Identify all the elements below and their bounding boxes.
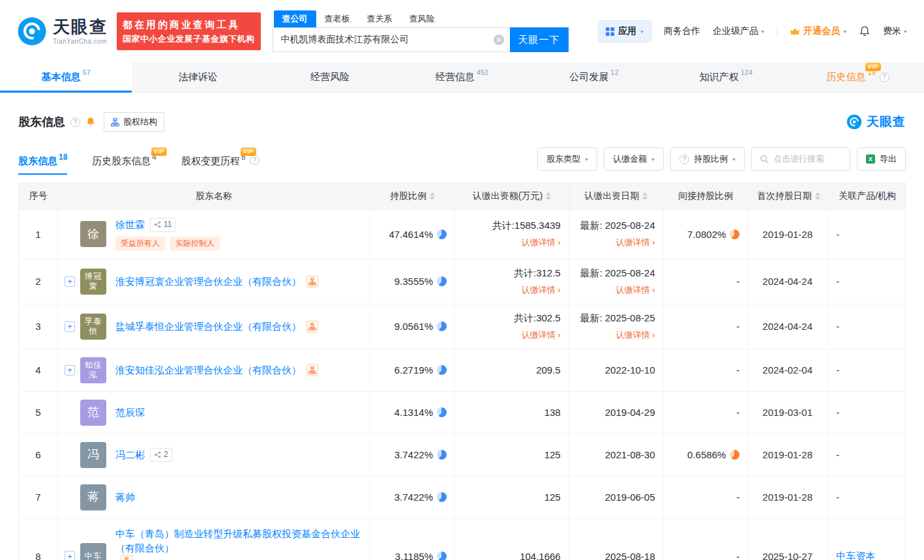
help-icon[interactable]: ?	[250, 155, 260, 165]
table-search-input[interactable]: 点击进行搜索	[751, 147, 850, 171]
shareholder-name-link[interactable]: 冯二彬	[115, 448, 145, 462]
pie-chart-icon[interactable]	[437, 407, 447, 417]
shareholder-name-link[interactable]: 蒋帅	[115, 490, 135, 505]
pie-chart-icon[interactable]	[437, 492, 447, 502]
search-input[interactable]	[273, 28, 510, 52]
subtab[interactable]: 历史股东信息4VIP	[92, 155, 156, 175]
nav-tab[interactable]: 经营风险	[264, 63, 396, 92]
subtab[interactable]: 股东信息18	[18, 155, 67, 175]
shareholder-avatar[interactable]: 博冠寰	[80, 269, 106, 295]
subscribed-amount: 138	[544, 407, 561, 418]
shareholder-avatar[interactable]: 蒋	[80, 484, 106, 510]
subscription-detail-link[interactable]: 认缴详情 ›	[522, 237, 561, 248]
nav-tab[interactable]: 历史信息19VIP?	[792, 63, 924, 92]
related-product: -	[836, 449, 839, 460]
equity-structure-icon[interactable]	[306, 321, 318, 332]
nav-tab[interactable]: 公司发展12	[528, 63, 660, 92]
nav-tab[interactable]: 法律诉讼	[132, 63, 263, 92]
equity-penetration-icon[interactable]	[730, 229, 739, 239]
holding-ratio-filter[interactable]: ? 持股比例 ▾	[670, 147, 745, 171]
equity-structure-button[interactable]: 股权结构	[104, 112, 164, 132]
equity-structure-icon[interactable]	[306, 276, 318, 287]
pie-chart-icon[interactable]	[437, 321, 447, 331]
sort-icon[interactable]	[430, 192, 435, 200]
equity-structure-icon[interactable]	[121, 555, 132, 560]
subscribed-amount: 125	[544, 492, 561, 503]
related-product-link[interactable]: 中车资本	[836, 550, 875, 560]
subscribed-amount-filter[interactable]: 认缴金额 ▾	[604, 147, 664, 171]
open-membership-button[interactable]: 开通会员 ▾	[790, 25, 846, 37]
banner-line2: 国家中小企业发展子基金旗下机构	[123, 33, 255, 46]
search-button[interactable]: 天眼一下	[510, 27, 569, 52]
row-index: 2	[19, 259, 58, 304]
column-header[interactable]: 认缴出资日期	[569, 183, 664, 209]
sort-icon[interactable]	[642, 192, 648, 200]
shareholder-avatar[interactable]: 冯	[80, 442, 106, 468]
search-tab[interactable]: 查公司	[274, 10, 316, 27]
expand-button[interactable]: +	[65, 551, 75, 560]
shareholder-avatar[interactable]: 徐	[80, 221, 106, 247]
shareholder-name-link[interactable]: 淮安博冠寰企业管理合伙企业（有限合伙）	[115, 274, 301, 289]
expand-button[interactable]: +	[65, 365, 75, 376]
pie-chart-icon[interactable]	[437, 276, 447, 286]
pie-chart-icon[interactable]	[437, 552, 447, 560]
column-header[interactable]: 认缴出资额(万元)	[455, 183, 569, 209]
enterprise-product-menu[interactable]: 企业级产品 ▾	[713, 25, 764, 37]
search-tab[interactable]: 查老板	[316, 10, 359, 27]
shareholder-avatar[interactable]: 孚泰恒	[80, 314, 106, 340]
first-holding-date: 2024-04-24	[748, 259, 829, 304]
expand-button[interactable]: +	[65, 276, 75, 287]
column-header[interactable]: 持股比例	[370, 183, 455, 209]
subscription-date: 最新: 2025-08-25	[580, 312, 655, 325]
pie-chart-icon[interactable]	[437, 450, 447, 460]
equity-penetration-icon[interactable]	[730, 450, 739, 460]
pie-chart-icon[interactable]	[437, 365, 447, 375]
equity-structure-icon[interactable]	[306, 364, 318, 376]
shareholder-name-link[interactable]: 徐世霖	[115, 218, 145, 232]
subscribe-bell-icon[interactable]	[85, 117, 96, 127]
nav-tab[interactable]: 经营信息452	[396, 63, 528, 92]
shareholder-name-link[interactable]: 中车（青岛）制造业转型升级私募股权投资基金合伙企业（有限合伙）	[115, 527, 363, 555]
subscription-date: 最新: 2025-08-24	[580, 267, 655, 280]
search-tab[interactable]: 查风险	[401, 10, 443, 27]
shareholder-name-cell: 范范辰琛	[58, 392, 370, 434]
sort-icon[interactable]	[546, 192, 551, 200]
shareholder-avatar[interactable]: 中车	[80, 543, 106, 560]
indirect-ratio-cell: 7.0802%	[664, 210, 749, 259]
shareholder-avatar[interactable]: 知佳泓	[80, 357, 106, 383]
nav-tab[interactable]: 知识产权124	[660, 63, 792, 92]
expand-button[interactable]: +	[65, 321, 75, 332]
subscription-detail-link[interactable]: 认缴详情 ›	[616, 329, 655, 341]
shareholder-type-filter[interactable]: 股东类型 ▾	[537, 147, 597, 171]
subscription-detail-link[interactable]: 认缴详情 ›	[522, 329, 561, 341]
nav-tab[interactable]: 基本信息57	[0, 63, 132, 92]
apps-button[interactable]: 应用 ▾	[598, 20, 651, 42]
subtab[interactable]: 股权变更历程8VIP?	[181, 155, 260, 175]
shareholder-avatar[interactable]: 范	[80, 400, 106, 426]
relations-count-badge[interactable]: 11	[150, 218, 175, 231]
shareholder-name-link[interactable]: 淮安知佳泓企业管理合伙企业（有限合伙）	[115, 363, 301, 377]
help-icon[interactable]: ?	[880, 72, 889, 82]
grid-icon	[606, 27, 614, 36]
related-product-cell: 中车资本	[829, 519, 905, 560]
shareholder-name-link[interactable]: 范辰琛	[115, 405, 145, 420]
column-header[interactable]: 首次持股日期	[748, 183, 829, 209]
tianyancha-logo[interactable]: 天眼查 TianYanCha.com	[17, 16, 108, 46]
search-tab[interactable]: 查关系	[359, 10, 401, 27]
help-icon[interactable]: ?	[70, 117, 80, 127]
subscription-detail-link[interactable]: 认缴详情 ›	[616, 237, 655, 248]
clear-icon[interactable]	[494, 35, 504, 45]
export-button[interactable]: 导出	[857, 147, 906, 171]
subscription-detail-link[interactable]: 认缴详情 ›	[522, 284, 561, 296]
relations-graph-icon	[154, 221, 161, 228]
shareholder-name-link[interactable]: 盐城孚泰恒企业管理合伙企业（有限合伙）	[115, 319, 301, 334]
notification-bell-icon[interactable]	[859, 25, 871, 37]
related-product-cell: -	[829, 477, 905, 518]
subscription-detail-link[interactable]: 认缴详情 ›	[616, 284, 655, 296]
pie-chart-icon[interactable]	[437, 229, 447, 239]
business-cooperation-link[interactable]: 商务合作	[664, 25, 700, 37]
subscribed-amount: 209.5	[536, 364, 561, 376]
sort-icon[interactable]	[815, 192, 820, 200]
user-menu[interactable]: 费米 ▾	[883, 25, 907, 37]
relations-count-badge[interactable]: 2	[150, 448, 172, 462]
